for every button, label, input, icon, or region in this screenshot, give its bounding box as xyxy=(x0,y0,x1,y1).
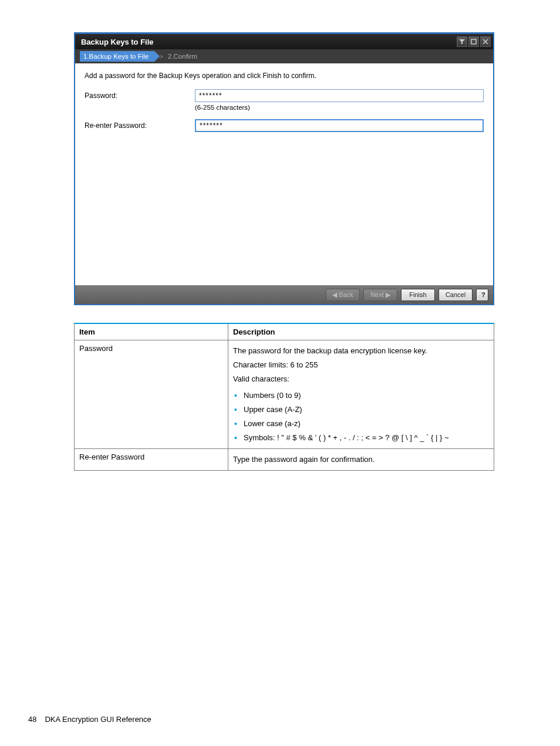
table-row: Re-enter PasswordType the password again… xyxy=(75,449,494,471)
close-icon[interactable] xyxy=(480,36,491,47)
maximize-icon[interactable] xyxy=(468,36,479,47)
dialog-title: Backup Keys to File xyxy=(81,38,154,46)
finish-button[interactable]: Finish xyxy=(401,289,435,301)
help-button[interactable]: ? xyxy=(476,289,488,301)
filter-icon[interactable] xyxy=(457,36,467,47)
password-row: Password: (6-255 characters) xyxy=(85,89,484,116)
table-cell-item: Password xyxy=(75,340,228,449)
description-line: The password for the backup data encrypt… xyxy=(233,344,489,358)
backup-keys-dialog: Backup Keys to File 1.Backup Keys to Fil… xyxy=(74,32,494,305)
reenter-label: Re-enter Password: xyxy=(85,119,195,130)
bullet-item: Upper case (A-Z) xyxy=(234,403,489,417)
password-input[interactable] xyxy=(195,89,484,102)
bullet-item: Lower case (a-z) xyxy=(234,417,489,431)
dialog-titlebar: Backup Keys to File xyxy=(75,34,493,49)
bullet-item: Symbols: ! " # $ % & ' ( ) * + , - . / :… xyxy=(234,431,489,445)
titlebar-controls xyxy=(457,36,491,47)
table-header-description: Description xyxy=(228,323,494,340)
next-button[interactable]: Next ▶ xyxy=(363,289,397,301)
dialog-button-bar: ◀ Back Next ▶ Finish Cancel ? xyxy=(75,285,493,304)
description-line: Valid characters: xyxy=(233,372,489,386)
reenter-row: Re-enter Password: xyxy=(85,119,484,132)
dialog-instruction: Add a password for the Backup Keys opera… xyxy=(85,72,484,80)
wizard-step-active: 1.Backup Keys to File xyxy=(80,51,154,62)
table-header-item: Item xyxy=(75,323,228,340)
description-table: Item Description PasswordThe password fo… xyxy=(74,323,494,471)
table-cell-item: Re-enter Password xyxy=(75,449,228,471)
svg-rect-0 xyxy=(471,39,476,44)
table-cell-description: Type the password again for confirmation… xyxy=(228,449,494,471)
page-number: 48 xyxy=(28,715,36,724)
wizard-step-next: 2.Confirm xyxy=(168,53,197,60)
footer-section: DKA Encryption GUI Reference xyxy=(45,715,151,724)
password-hint: (6-255 characters) xyxy=(195,104,484,111)
wizard-step-separator: > xyxy=(159,53,163,60)
wizard-steps: 1.Backup Keys to File > 2.Confirm xyxy=(75,49,493,63)
description-line: Character limits: 6 to 255 xyxy=(233,358,489,372)
description-bullets: Numbers (0 to 9)Upper case (A-Z)Lower ca… xyxy=(233,389,489,445)
page-footer: 48 DKA Encryption GUI Reference xyxy=(28,715,151,724)
back-button[interactable]: ◀ Back xyxy=(326,289,360,301)
description-line: Type the password again for confirmation… xyxy=(233,453,489,467)
table-cell-description: The password for the backup data encrypt… xyxy=(228,340,494,449)
cancel-button[interactable]: Cancel xyxy=(438,289,473,301)
bullet-item: Numbers (0 to 9) xyxy=(234,389,489,403)
dialog-body: Add a password for the Backup Keys opera… xyxy=(75,63,493,285)
password-label: Password: xyxy=(85,89,195,100)
table-row: PasswordThe password for the backup data… xyxy=(75,340,494,449)
reenter-password-input[interactable] xyxy=(195,119,484,132)
